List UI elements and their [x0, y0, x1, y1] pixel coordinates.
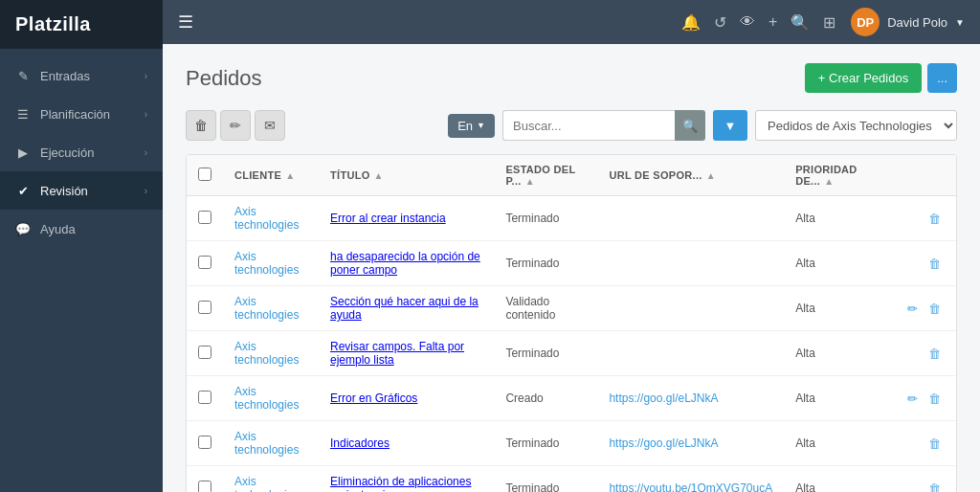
td-estado-5: Terminado [494, 421, 597, 466]
client-link-4[interactable]: Axis technologies [234, 385, 299, 412]
th-titulo: TÍTULO▲ [319, 155, 494, 196]
td-actions-4: ✏ 🗑 [892, 376, 956, 421]
sidebar-item-revision[interactable]: ✔ Revisión › [0, 171, 163, 210]
title-link-3[interactable]: Revisar campos. Falta por ejemplo lista [330, 340, 464, 367]
client-link-6[interactable]: Axis technologies [234, 475, 299, 492]
row-checkbox-4[interactable] [198, 391, 212, 404]
url-link-4[interactable]: https://goo.gl/eLJNkA [609, 391, 718, 405]
eye-icon[interactable]: 👁 [740, 13, 755, 31]
avatar: DP [851, 8, 880, 36]
row-checkbox-1[interactable] [198, 256, 212, 269]
search-icon[interactable]: 🔍 [791, 13, 810, 32]
td-url-1 [597, 241, 784, 286]
title-link-1[interactable]: ha desaparecido la opción de poner campo [330, 250, 480, 277]
row-checkbox-6[interactable] [198, 481, 212, 493]
filter-button[interactable]: ▼ [713, 110, 747, 141]
edit-row-button-4[interactable]: ✏ [903, 390, 922, 408]
user-menu[interactable]: DP David Polo ▼ [851, 8, 965, 36]
td-prioridad-6: Alta [784, 466, 891, 493]
th-check [187, 155, 223, 196]
search-wrap: 🔍 [502, 110, 705, 141]
mail-tool-button[interactable]: ✉ [255, 110, 285, 141]
data-table: CLIENTE▲ TÍTULO▲ ESTADO DEL P...▲ URL DE… [186, 154, 957, 492]
td-actions-5: 🗑 [892, 421, 956, 466]
delete-row-button-6[interactable]: 🗑 [924, 480, 945, 493]
sidebar-label-revision: Revisión [40, 184, 88, 198]
td-estado-2: Validado contenido [494, 286, 597, 331]
delete-row-button-0[interactable]: 🗑 [924, 210, 945, 228]
language-button[interactable]: En ▼ [448, 114, 495, 138]
row-checkbox-2[interactable] [198, 301, 212, 314]
grid-icon[interactable]: ⊞ [823, 13, 835, 32]
sidebar-label-entradas: Entradas [40, 69, 90, 83]
title-link-4[interactable]: Error en Gráficos [330, 391, 417, 405]
client-link-3[interactable]: Axis technologies [234, 340, 299, 367]
sort-icon: ▲ [824, 176, 834, 187]
td-prioridad-1: Alta [784, 241, 891, 286]
table-row: Axis technologies Indicadores Terminado … [187, 421, 956, 466]
create-pedidos-button[interactable]: + Crear Pedidos [805, 63, 922, 93]
td-actions-2: ✏ 🗑 [892, 286, 956, 331]
td-actions-1: 🗑 [892, 241, 956, 286]
sidebar: Platzilla ✎ Entradas › ☰ Planificación ›… [0, 0, 163, 492]
td-client-4: Axis technologies [223, 376, 319, 421]
td-url-3 [597, 331, 784, 376]
view-select[interactable]: Pedidos de Axis Technologies Todos los p… [755, 110, 957, 141]
title-link-2[interactable]: Sección qué hacer aqui de la ayuda [330, 295, 479, 322]
sidebar-label-planificacion: Planificación [40, 107, 110, 122]
lang-label: En [457, 119, 473, 133]
td-url-5: https://goo.gl/eLJNkA [597, 421, 784, 466]
edit-row-button-2[interactable]: ✏ [903, 300, 922, 318]
delete-row-button-4[interactable]: 🗑 [924, 390, 945, 408]
search-button[interactable]: 🔍 [675, 110, 705, 141]
delete-row-button-3[interactable]: 🗑 [924, 345, 945, 363]
td-actions-3: 🗑 [892, 331, 956, 376]
title-link-6[interactable]: Eliminación de aplicaciones en instancia [330, 475, 471, 492]
user-chevron-icon: ▼ [955, 17, 965, 28]
page-header: Pedidos + Crear Pedidos ... [186, 63, 957, 93]
client-link-2[interactable]: Axis technologies [234, 295, 299, 322]
row-checkbox-0[interactable] [198, 211, 212, 224]
td-title-0: Error al crear instancia [319, 196, 494, 241]
table-header-row: CLIENTE▲ TÍTULO▲ ESTADO DEL P...▲ URL DE… [187, 155, 956, 196]
delete-row-button-1[interactable]: 🗑 [924, 255, 945, 273]
sidebar-item-entradas[interactable]: ✎ Entradas › [0, 56, 163, 95]
title-link-5[interactable]: Indicadores [330, 436, 390, 450]
client-link-5[interactable]: Axis technologies [234, 430, 299, 457]
td-url-6: https://youtu.be/1OmXVG70ucA [597, 466, 784, 493]
td-title-4: Error en Gráficos [319, 376, 494, 421]
chevron-right-icon: › [145, 186, 147, 196]
edit-tool-button[interactable]: ✏ [220, 110, 251, 141]
sort-icon: ▲ [706, 170, 716, 181]
add-icon[interactable]: + [768, 13, 777, 31]
list-icon: ☰ [15, 106, 31, 122]
title-link-0[interactable]: Error al crear instancia [330, 212, 446, 225]
client-link-1[interactable]: Axis technologies [234, 250, 299, 277]
url-link-5[interactable]: https://goo.gl/eLJNkA [609, 436, 718, 450]
td-check-0 [187, 196, 223, 241]
delete-row-button-5[interactable]: 🗑 [924, 435, 945, 453]
sidebar-item-ejecucion[interactable]: ▶ Ejecución › [0, 133, 163, 171]
notification-icon[interactable]: 🔔 [681, 13, 701, 32]
url-link-6[interactable]: https://youtu.be/1OmXVG70ucA [609, 481, 772, 492]
td-title-6: Eliminación de aplicaciones en instancia [319, 466, 494, 493]
play-icon: ▶ [15, 145, 31, 160]
history-icon[interactable]: ↺ [714, 13, 726, 32]
client-link-0[interactable]: Axis technologies [234, 205, 299, 232]
search-icon: 🔍 [682, 119, 698, 133]
select-all-checkbox[interactable] [198, 168, 212, 181]
td-estado-6: Terminado [494, 466, 597, 493]
chat-icon: 💬 [15, 221, 31, 236]
search-input[interactable] [502, 110, 675, 141]
sidebar-item-planificacion[interactable]: ☰ Planificación › [0, 95, 163, 133]
topbar: ☰ 🔔 ↺ 👁 + 🔍 ⊞ DP David Polo ▼ [163, 0, 980, 44]
more-options-button[interactable]: ... [927, 63, 957, 93]
table-row: Axis technologies Error en Gráficos Crea… [187, 376, 956, 421]
delete-tool-button[interactable]: 🗑 [186, 110, 216, 141]
hamburger-icon[interactable]: ☰ [178, 11, 193, 33]
row-checkbox-5[interactable] [198, 436, 212, 449]
delete-row-button-2[interactable]: 🗑 [924, 300, 945, 318]
chevron-right-icon: › [145, 71, 147, 81]
sidebar-item-ayuda[interactable]: 💬 Ayuda [0, 210, 163, 248]
row-checkbox-3[interactable] [198, 346, 212, 359]
